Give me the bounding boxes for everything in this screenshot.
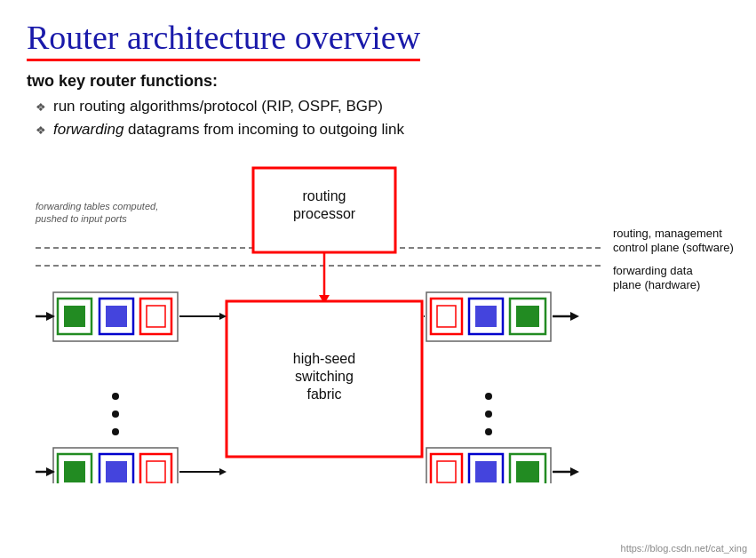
- diagram: routing, management control plane (softw…: [27, 155, 755, 483]
- svg-marker-64: [570, 467, 579, 476]
- svg-text:routing: routing: [303, 188, 346, 203]
- svg-marker-39: [219, 468, 227, 475]
- svg-rect-60: [475, 461, 497, 482]
- svg-text:fabric: fabric: [306, 387, 341, 402]
- bullet-text-2: forwarding datagrams from incoming to ou…: [53, 121, 404, 139]
- svg-point-53: [485, 393, 492, 400]
- svg-text:pushed to input ports: pushed to input ports: [35, 213, 127, 224]
- svg-text:high-seed: high-seed: [293, 351, 355, 366]
- svg-rect-47: [475, 306, 497, 327]
- bullet-1: ❖ run routing algorithms/protocol (RIP, …: [36, 98, 729, 116]
- svg-rect-35: [106, 461, 127, 482]
- svg-rect-33: [64, 461, 85, 482]
- bullet-list: ❖ run routing algorithms/protocol (RIP, …: [36, 98, 729, 139]
- svg-text:control plane (software): control plane (software): [613, 241, 734, 254]
- svg-text:forwarding data: forwarding data: [613, 264, 693, 277]
- svg-point-28: [112, 393, 119, 400]
- svg-text:plane  (hardware): plane (hardware): [613, 278, 700, 291]
- bullet-diamond-2: ❖: [36, 124, 46, 137]
- svg-marker-52: [570, 312, 579, 321]
- bullet-text-1: run routing algorithms/protocol (RIP, OS…: [53, 98, 383, 116]
- svg-point-30: [112, 428, 119, 435]
- svg-point-54: [485, 411, 492, 418]
- svg-text:switching: switching: [295, 369, 354, 384]
- svg-point-29: [112, 411, 119, 418]
- slide-title: Router architecture overview: [27, 18, 420, 61]
- svg-rect-37: [147, 461, 165, 482]
- svg-rect-45: [437, 306, 456, 327]
- bullet-2: ❖ forwarding datagrams from incoming to …: [36, 121, 729, 139]
- svg-text:forwarding tables computed,: forwarding tables computed,: [36, 201, 158, 211]
- subtitle: two key router functions:: [27, 72, 729, 91]
- svg-rect-21: [106, 306, 127, 327]
- svg-rect-19: [64, 306, 85, 327]
- svg-text:routing, management: routing, management: [613, 227, 722, 240]
- svg-text:processor: processor: [293, 206, 356, 221]
- slide: Router architecture overview two key rou…: [0, 0, 756, 558]
- svg-rect-58: [437, 461, 456, 482]
- svg-rect-23: [147, 306, 165, 327]
- svg-rect-62: [516, 461, 539, 482]
- bullet-diamond-1: ❖: [36, 100, 46, 114]
- watermark: https://blog.csdn.net/cat_xing: [621, 543, 747, 554]
- svg-point-55: [485, 428, 492, 435]
- svg-rect-49: [516, 306, 539, 327]
